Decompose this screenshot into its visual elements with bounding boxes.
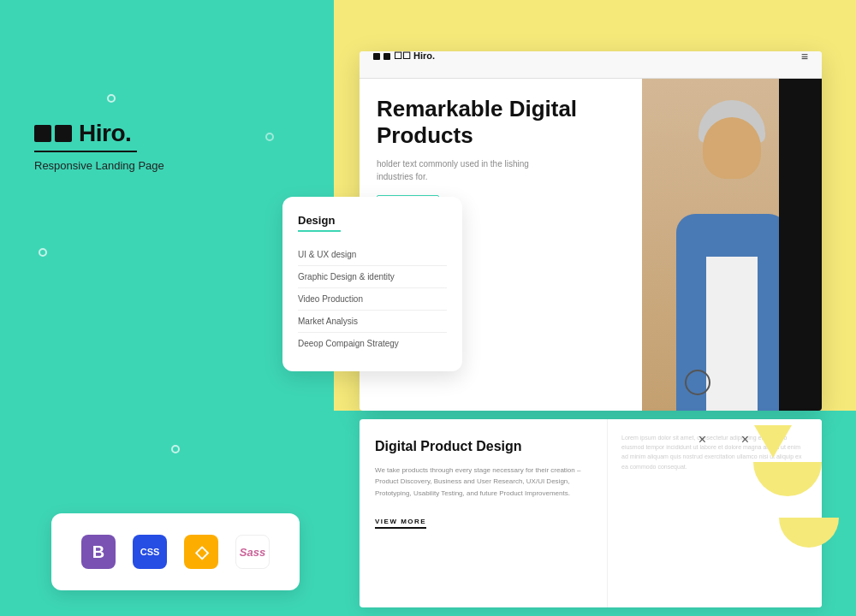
deco-circle-3 [171,445,180,453]
service-item-4: Market Analysis [298,311,447,333]
person-head [703,117,761,179]
brand-tagline: Responsive Landing Page [34,159,164,172]
tech-stack-card: B CSS ◇ Sass [51,513,300,590]
photo-overlay [779,79,822,411]
hamburger-icon[interactable]: ≡ [801,51,808,63]
browser-logo-text: ☐☐ Hiro. [394,51,435,62]
browser-logo-sq2 [383,53,390,60]
logo-squares [34,125,72,142]
deco-circle-5 [685,370,710,395]
service-item-1: UI & UX design [298,244,447,266]
logo-divider [34,151,137,152]
logo-square-1 [34,125,51,142]
deco-circle-1 [107,94,116,103]
x-mark-1: × [698,432,706,447]
browser-photo [642,79,822,411]
sketch-icon: ◇ [184,535,218,569]
service-item-3: Video Production [298,288,447,311]
bootstrap-icon: B [81,535,116,569]
deco-circle-2 [39,248,47,257]
hero-title-line2: Products [377,122,473,148]
browser-logo-sq1 [373,53,380,60]
x-mark-2: × [741,432,749,447]
service-item-5: Deeop Compaign Strategy [298,333,447,354]
bottom-mockup: Digital Product Design We take products … [360,419,822,607]
services-card: Design UI & UX design Graphic Design & i… [282,197,462,371]
bottom-section-title: Digital Product Design [375,438,591,456]
view-more-button[interactable]: VIEW MORE [375,518,426,529]
css-icon: CSS [133,535,167,569]
service-item-2: Graphic Design & identity [298,266,447,288]
hero-title: Remarkable Digital Products [377,96,625,149]
logo-square-2 [55,125,72,142]
services-underline [298,230,341,232]
hero-subtitle: holder text commonly used in the lishing… [377,157,548,183]
person-shirt [706,257,758,411]
yellow-triangle [754,425,792,458]
brand-name: Hiro. [79,120,131,147]
browser-logo: ☐☐ Hiro. [373,51,435,62]
bottom-left: Digital Product Design We take products … [360,419,608,607]
hero-title-line1: Remarkable Digital [377,96,577,121]
bottom-section-desc: We take products through every stage nec… [375,465,591,500]
deco-circle-4 [265,133,274,141]
logo-container: Hiro. [34,120,164,147]
browser-bar: ☐☐ Hiro. ≡ [360,51,822,79]
services-title: Design [298,214,447,227]
sass-icon: Sass [235,535,270,569]
photo-container [642,79,822,411]
logo-area: Hiro. Responsive Landing Page [34,120,164,172]
